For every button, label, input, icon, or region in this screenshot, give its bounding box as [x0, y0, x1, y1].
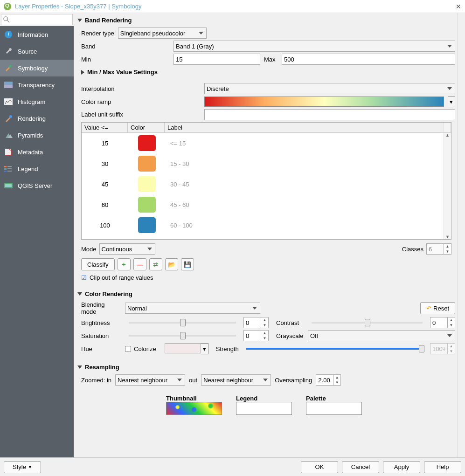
close-icon[interactable]: ✕ — [456, 3, 461, 10]
oversampling-label: Oversampling — [275, 377, 312, 384]
section-resampling[interactable]: Resampling — [77, 362, 455, 373]
class-color[interactable] — [128, 156, 166, 172]
svg-point-0 — [4, 17, 8, 21]
class-row[interactable]: 60 45 - 60 — [82, 194, 444, 215]
class-row[interactable]: 30 15 - 30 — [82, 153, 444, 174]
style-button[interactable]: Style ▼ — [4, 461, 41, 473]
hue-color-menu[interactable]: ▾ — [201, 343, 208, 354]
save-button[interactable]: 💾 — [181, 258, 194, 270]
render-type-select[interactable]: Singleband pseudocolor — [118, 28, 207, 39]
svg-rect-14 — [4, 171, 7, 172]
clip-checkbox[interactable]: ☑Clip out of range values — [81, 274, 153, 281]
blending-select[interactable]: Normal — [125, 303, 260, 314]
sidebar-item-source[interactable]: Source — [0, 43, 74, 60]
hue-color-button[interactable] — [165, 343, 201, 353]
strength-slider[interactable] — [246, 348, 423, 350]
class-value[interactable]: 15 — [82, 140, 128, 147]
undo-icon: ↶ — [426, 305, 431, 312]
thumbnail-label: Thumbnail — [166, 395, 222, 402]
class-label[interactable]: <= 15 — [166, 140, 186, 147]
remove-class-button[interactable]: — — [133, 258, 146, 270]
class-value[interactable]: 60 — [82, 201, 128, 208]
class-value[interactable]: 100 — [82, 222, 128, 229]
brightness-slider[interactable] — [129, 322, 236, 324]
sidebar-item-symbology[interactable]: Symbology — [0, 60, 74, 76]
sidebar-item-rendering[interactable]: Rendering — [0, 110, 74, 127]
sidebar-item-metadata[interactable]: Metadata — [0, 144, 74, 160]
transparency-icon — [4, 80, 13, 90]
class-color[interactable] — [128, 197, 166, 213]
apply-button[interactable]: Apply — [383, 461, 420, 473]
sidebar-item-histogram[interactable]: Histogram — [0, 93, 74, 110]
sidebar-item-transparency[interactable]: Transparency — [0, 76, 74, 93]
band-select[interactable]: Band 1 (Gray) — [174, 41, 455, 52]
class-row[interactable]: 45 30 - 45 — [82, 174, 444, 194]
sidebar-item-pyramids[interactable]: Pyramids — [0, 127, 74, 144]
title-bar: Layer Properties - Slope_x35y377 | Symbo… — [0, 0, 465, 13]
ok-button[interactable]: OK — [301, 461, 338, 473]
section-minmax[interactable]: Min / Max Value Settings — [81, 67, 455, 77]
class-row[interactable]: 100 60 - 100 — [82, 215, 444, 235]
reset-button[interactable]: ↶Reset — [420, 302, 455, 314]
collapse-icon — [77, 19, 82, 22]
help-button[interactable]: Help — [424, 461, 461, 473]
contrast-label: Contrast — [276, 319, 304, 326]
svg-rect-4 — [8, 64, 12, 68]
oversampling-spin[interactable]: ▲▼ — [316, 374, 341, 386]
col-color[interactable]: Color — [128, 123, 165, 132]
strength-label: Strength — [216, 345, 239, 352]
class-label[interactable]: 30 - 45 — [166, 181, 189, 188]
invert-button[interactable]: ⇄ — [149, 258, 162, 270]
strength-spin[interactable]: ▲▼ — [430, 343, 455, 354]
brightness-spin[interactable]: ▲▼ — [243, 317, 269, 328]
interpolation-select[interactable]: Discrete — [204, 83, 455, 94]
class-color[interactable] — [128, 176, 166, 192]
hue-label: Hue — [81, 345, 121, 352]
class-label[interactable]: 60 - 100 — [166, 222, 193, 229]
section-color-rendering[interactable]: Color Rendering — [77, 289, 455, 299]
thumbnail-preview — [166, 402, 222, 415]
classify-button[interactable]: Classify — [81, 258, 115, 270]
saturation-spin[interactable]: ▲▼ — [243, 330, 269, 341]
collapse-icon — [77, 292, 82, 296]
zoom-in-select[interactable]: Nearest neighbour — [115, 374, 185, 386]
min-input[interactable] — [174, 54, 260, 65]
load-button[interactable]: 📂 — [165, 258, 178, 270]
sidebar-item-label: Symbology — [18, 65, 48, 72]
class-label[interactable]: 45 - 60 — [166, 201, 189, 208]
saturation-label: Saturation — [81, 332, 121, 339]
render-type-label: Render type — [81, 30, 114, 37]
max-input[interactable] — [282, 54, 455, 65]
table-scrollbar[interactable]: ▲▼ — [444, 133, 451, 239]
server-icon — [4, 181, 13, 190]
sidebar-item-qgis-server[interactable]: QGIS Server — [0, 177, 74, 194]
colorize-checkbox[interactable]: Colorize — [125, 345, 156, 352]
color-ramp[interactable] — [204, 97, 444, 107]
add-class-button[interactable]: ＋ — [118, 258, 131, 270]
label-suffix-label: Label unit suffix — [81, 111, 201, 118]
mode-select[interactable]: Continuous — [99, 243, 155, 255]
classes-spin[interactable]: ▲▼ — [426, 243, 451, 255]
sidebar-item-legend[interactable]: Legend — [0, 160, 74, 177]
zoom-out-select[interactable]: Nearest neighbour — [201, 374, 271, 386]
class-row[interactable]: 15 <= 15 — [82, 133, 444, 153]
color-ramp-menu-button[interactable]: ▾ — [448, 96, 455, 107]
sidebar-item-label: Metadata — [18, 149, 43, 156]
saturation-slider[interactable] — [129, 335, 236, 337]
grayscale-select[interactable]: Off — [308, 330, 455, 341]
cancel-button[interactable]: Cancel — [342, 461, 379, 473]
class-color[interactable] — [128, 217, 166, 233]
sidebar-item-information[interactable]: i Information — [0, 26, 74, 43]
sidebar-search[interactable] — [1, 14, 73, 25]
contrast-slider[interactable] — [312, 322, 423, 324]
class-value[interactable]: 45 — [82, 181, 128, 188]
class-label[interactable]: 15 - 30 — [166, 160, 189, 167]
label-suffix-input[interactable] — [204, 109, 455, 120]
col-label[interactable]: Label — [165, 123, 444, 132]
col-value[interactable]: Value <= — [82, 123, 128, 132]
section-band-rendering[interactable]: Band Rendering — [77, 15, 455, 26]
class-value[interactable]: 30 — [82, 160, 128, 167]
class-color[interactable] — [128, 135, 166, 151]
contrast-spin[interactable]: ▲▼ — [430, 317, 455, 328]
content-scrollbar[interactable] — [457, 13, 465, 457]
